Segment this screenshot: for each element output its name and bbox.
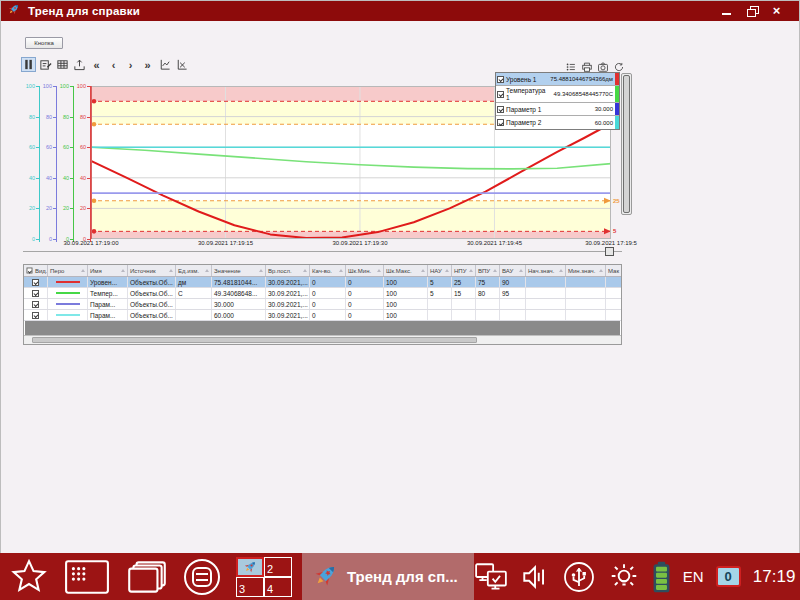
- table-row[interactable]: Темпер...Объекты.Об...С49.34068648...30.…: [24, 288, 621, 299]
- legend-checkbox[interactable]: [497, 76, 504, 83]
- row-cell: 30.09.2021,...: [266, 299, 310, 309]
- scroll-left-button[interactable]: ‹: [106, 57, 121, 72]
- legend-row-Параметр 1[interactable]: Параметр 130.000: [496, 103, 619, 116]
- workspace-cell-2[interactable]: 2: [264, 557, 292, 577]
- column-header-Имя[interactable]: Имя: [88, 265, 128, 276]
- row-checkbox[interactable]: [32, 290, 39, 297]
- taskbar-task-button[interactable]: Тренд для сп...: [302, 553, 474, 600]
- legend-checkbox[interactable]: [497, 91, 504, 98]
- legend-row-Параметр 2[interactable]: Параметр 260.000: [496, 116, 619, 129]
- column-header-Мин.знач.[interactable]: Мин.знач.: [566, 265, 606, 276]
- row-cell: Парам...: [88, 299, 128, 309]
- axis-tick-label: 60: [46, 144, 52, 150]
- volume-icon[interactable]: [520, 562, 550, 592]
- row-cell: [566, 310, 606, 320]
- workspace-cell-4[interactable]: 4: [264, 577, 292, 597]
- table-row[interactable]: Парам...Объекты.Об...30.00030.09.2021,..…: [24, 299, 621, 310]
- y-axis-Температура 1: 020406080100: [57, 86, 74, 239]
- scroll-far-left-button[interactable]: «: [89, 57, 104, 72]
- custom-button[interactable]: Кнопка: [25, 37, 63, 49]
- usb-icon[interactable]: [562, 560, 596, 594]
- scale-reset-button[interactable]: [174, 57, 189, 72]
- column-header-Кач-во.[interactable]: Кач-во.: [310, 265, 346, 276]
- column-header-Источник[interactable]: Источник: [128, 265, 176, 276]
- table-horizontal-scrollbar[interactable]: [24, 335, 621, 344]
- legend-checkbox[interactable]: [497, 119, 504, 126]
- sort-arrow-icon: [303, 269, 307, 272]
- column-header-Мак[interactable]: Мак: [606, 265, 622, 276]
- row-pen-cell: [48, 310, 88, 320]
- sort-arrow-icon: [421, 269, 425, 272]
- axis-tick-label: 80: [46, 114, 52, 120]
- row-visibility-cell[interactable]: [24, 299, 48, 309]
- axis-tick-label: 20: [29, 205, 35, 211]
- taskbar: 234 Тренд для сп... EN 0 17:19: [0, 553, 800, 600]
- row-cell: [566, 277, 606, 287]
- column-header-Шк.Макс.[interactable]: Шк.Макс.: [384, 265, 428, 276]
- taskbar-clock[interactable]: 17:19: [753, 567, 796, 587]
- column-header-ВПУ[interactable]: ВПУ: [476, 265, 500, 276]
- header-checkbox[interactable]: [27, 268, 33, 274]
- row-pen-cell: [48, 277, 88, 287]
- column-header-НПУ[interactable]: НПУ: [452, 265, 476, 276]
- row-visibility-cell[interactable]: [24, 288, 48, 298]
- brightness-icon[interactable]: [608, 561, 640, 593]
- applications-button[interactable]: [64, 559, 110, 595]
- column-header-Нач.знач.[interactable]: Нач.знач.: [526, 265, 566, 276]
- restore-button[interactable]: [745, 5, 758, 17]
- table-scrollbar-thumb[interactable]: [32, 337, 477, 343]
- row-cell: дм: [176, 277, 212, 287]
- column-header-ВАУ[interactable]: ВАУ: [500, 265, 526, 276]
- windows-list-button[interactable]: [124, 559, 170, 595]
- legend-row-Уровень 1[interactable]: Уровень 175.48810446794366дм: [496, 73, 619, 86]
- table-row[interactable]: Уровен...Объекты.Об...дм75.48181044...30…: [24, 277, 621, 288]
- legend-list-icon[interactable]: [565, 59, 577, 71]
- export-button[interactable]: [72, 57, 87, 72]
- row-visibility-cell[interactable]: [24, 310, 48, 320]
- column-header-Вр.посл.[interactable]: Вр.посл.: [266, 265, 310, 276]
- column-header-Ед.изм.[interactable]: Ед.изм.: [176, 265, 212, 276]
- pause-button[interactable]: [21, 57, 36, 72]
- close-button[interactable]: ×: [770, 5, 783, 17]
- minimize-button[interactable]: [720, 5, 733, 17]
- desktop-screen: Тренд для справки × Кнопка «‹›» 02040608…: [0, 0, 800, 600]
- column-header-Вид.[interactable]: Вид.: [24, 265, 48, 276]
- row-checkbox[interactable]: [32, 312, 39, 319]
- scroll-right-button[interactable]: ›: [123, 57, 138, 72]
- column-label: Шк.Мин.: [348, 268, 371, 274]
- chart-vertical-scrollbar[interactable]: [621, 73, 632, 215]
- row-cell: 30.000: [212, 299, 266, 309]
- keyboard-layout-indicator[interactable]: EN: [683, 568, 704, 585]
- display-switch-icon[interactable]: [474, 562, 508, 592]
- start-menu-button[interactable]: [8, 558, 50, 596]
- table-view-button[interactable]: [55, 57, 70, 72]
- snapshot-icon[interactable]: [597, 59, 609, 71]
- column-header-Шк.Мин.[interactable]: Шк.Мин.: [346, 265, 384, 276]
- column-header-Перо[interactable]: Перо: [48, 265, 88, 276]
- row-checkbox[interactable]: [32, 301, 39, 308]
- scroll-far-right-button[interactable]: »: [140, 57, 155, 72]
- window-titlebar[interactable]: Тренд для справки ×: [1, 1, 799, 21]
- print-icon[interactable]: [581, 59, 593, 71]
- notification-badge[interactable]: 0: [716, 566, 741, 587]
- sort-arrow-icon: [259, 269, 263, 272]
- legend-row-Температура 1[interactable]: Температура 149.34068548445770С: [496, 86, 619, 103]
- column-label: ВАУ: [502, 268, 513, 274]
- pen-properties-button[interactable]: [38, 57, 53, 72]
- table-row[interactable]: Парам...Объекты.Об...60.00030.09.2021,..…: [24, 310, 621, 321]
- chart-time-slider[interactable]: [23, 251, 622, 252]
- workspace-cell-1[interactable]: [236, 557, 264, 577]
- workspace-cell-3[interactable]: 3: [236, 577, 264, 597]
- vertical-scrollbar-thumb[interactable]: [623, 75, 630, 213]
- row-cell: 0: [310, 277, 346, 287]
- row-cell: [476, 299, 500, 309]
- column-header-Значение[interactable]: Значение: [212, 265, 266, 276]
- refresh-icon[interactable]: [613, 59, 625, 71]
- row-checkbox[interactable]: [32, 279, 39, 286]
- legend-checkbox[interactable]: [497, 106, 504, 113]
- column-header-НАУ[interactable]: НАУ: [428, 265, 452, 276]
- time-slider-handle[interactable]: [605, 247, 614, 256]
- scale-axes-button[interactable]: [157, 57, 172, 72]
- row-visibility-cell[interactable]: [24, 277, 48, 287]
- categories-button[interactable]: [182, 557, 222, 597]
